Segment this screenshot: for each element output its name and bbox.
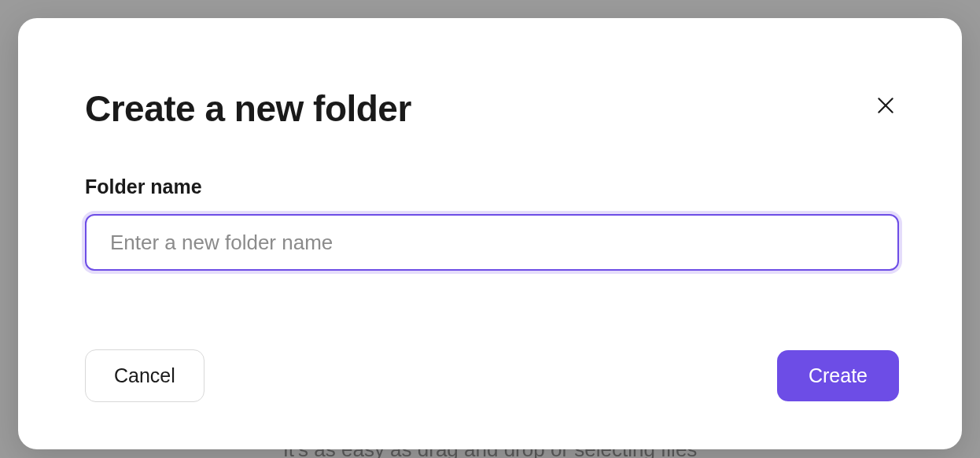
modal-title: Create a new folder [85, 87, 411, 130]
cancel-button[interactable]: Cancel [85, 349, 204, 402]
close-icon [875, 95, 896, 116]
close-button[interactable] [872, 92, 899, 119]
folder-name-label: Folder name [85, 175, 899, 198]
create-folder-modal: Create a new folder Folder name Cancel C… [18, 18, 962, 449]
create-button[interactable]: Create [777, 350, 899, 401]
modal-header: Create a new folder [85, 87, 899, 130]
folder-name-input[interactable] [85, 214, 899, 271]
input-wrapper [85, 214, 899, 271]
modal-footer: Cancel Create [85, 349, 899, 402]
folder-name-field: Folder name [85, 175, 899, 271]
